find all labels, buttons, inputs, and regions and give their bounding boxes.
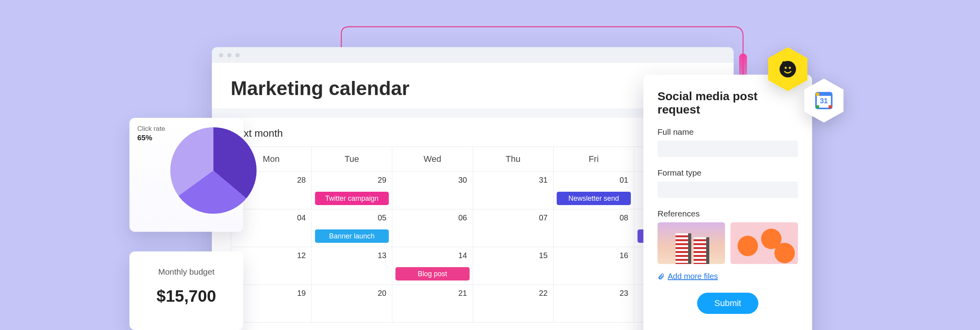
calendar-date: 07 — [539, 213, 548, 222]
calendar-date: 01 — [619, 176, 628, 185]
calendar-event[interactable]: Banner launch — [315, 229, 389, 243]
calendar-cell[interactable]: 01Newsletter send — [554, 172, 634, 209]
pie-chart — [170, 127, 257, 214]
calendar-date: 30 — [458, 176, 467, 185]
calendar-date: 04 — [297, 213, 306, 222]
calendar-date: 15 — [539, 251, 548, 260]
calendar-date: 12 — [297, 251, 306, 260]
calendar-cell[interactable]: 29Twitter campaign — [312, 172, 393, 209]
mailchimp-badge[interactable] — [768, 47, 807, 91]
calendar-cell[interactable]: 22 — [473, 285, 554, 323]
calendar-date: 22 — [539, 289, 548, 298]
budget-card: Monthly budget $15,700 — [129, 251, 243, 330]
calendar-cell[interactable]: 23 — [554, 285, 634, 323]
calendar-date: 16 — [619, 251, 628, 260]
mailchimp-icon — [777, 58, 799, 80]
calendar-date: 13 — [378, 251, 386, 260]
google-calendar-icon: 31 — [814, 90, 834, 111]
paperclip-icon — [658, 273, 665, 280]
calendar-cell[interactable]: 20 — [312, 285, 393, 323]
svg-rect-6 — [829, 105, 832, 108]
calendar-cell[interactable]: 14Blog post — [392, 247, 473, 285]
calendar-date: 31 — [539, 176, 548, 185]
calendar-date: 20 — [378, 289, 386, 298]
traffic-light-dot — [227, 53, 231, 57]
budget-label: Monthly budget — [129, 267, 243, 277]
window-titlebar — [212, 47, 734, 63]
full-name-input[interactable] — [658, 141, 798, 157]
calendar-cell[interactable]: 31 — [473, 172, 554, 209]
calendar-event[interactable]: Newsletter send — [557, 192, 631, 205]
form-title: Social media post request — [658, 90, 798, 116]
calendar-date: 05 — [378, 213, 386, 222]
svg-point-1 — [780, 61, 796, 77]
traffic-light-dot — [235, 53, 240, 57]
calendar-cell[interactable]: 07 — [473, 209, 554, 247]
svg-rect-8 — [816, 93, 819, 96]
calendar-cell[interactable]: 15 — [473, 247, 554, 285]
calendar-cell[interactable]: 21 — [392, 285, 473, 323]
calendar-date: 28 — [297, 176, 306, 185]
svg-point-3 — [789, 67, 791, 69]
svg-text:31: 31 — [820, 97, 828, 105]
add-more-files-label: Add more files — [668, 272, 718, 281]
click-rate-card: Click rate 65% — [129, 118, 243, 232]
calendar-date: 19 — [297, 289, 306, 298]
calendar-cell[interactable]: 16 — [554, 247, 634, 285]
reference-thumbnail[interactable] — [658, 222, 725, 264]
stage: Marketing calendar Next month MonTueWedT… — [0, 0, 980, 330]
budget-value: $15,700 — [129, 287, 243, 306]
calendar-cell[interactable]: 05Banner launch — [312, 209, 393, 247]
calendar-date: 29 — [378, 176, 386, 185]
format-type-input[interactable] — [658, 182, 798, 198]
calendar-header-cell: Thu — [473, 147, 554, 172]
submit-button[interactable]: Submit — [697, 293, 758, 314]
calendar-date: 14 — [458, 251, 467, 260]
form-panel: Social media post request Full name Form… — [643, 75, 812, 330]
calendar-cell[interactable]: 13 — [312, 247, 393, 285]
calendar-cell[interactable]: 08 — [554, 209, 634, 247]
format-type-label: Format type — [658, 168, 798, 178]
calendar-header-cell: Fri — [554, 147, 634, 172]
references-label: References — [658, 209, 798, 218]
calendar-date: 21 — [458, 289, 467, 298]
add-more-files-link[interactable]: Add more files — [658, 272, 798, 281]
references-row — [658, 222, 798, 264]
svg-rect-7 — [816, 105, 819, 108]
google-calendar-badge[interactable]: 31 — [804, 79, 843, 123]
calendar-cell[interactable]: 06 — [392, 209, 473, 247]
calendar-date: 08 — [619, 213, 628, 222]
svg-point-2 — [785, 67, 787, 69]
calendar-date: 23 — [619, 289, 628, 298]
calendar-event[interactable]: Twitter campaign — [315, 192, 389, 205]
full-name-label: Full name — [658, 127, 798, 137]
reference-thumbnail[interactable] — [730, 222, 798, 264]
calendar-grid: MonTueWedThuFriSat2829Twitter campaign30… — [231, 147, 715, 323]
calendar-event[interactable]: Blog post — [395, 267, 470, 280]
calendar-date: 06 — [458, 213, 467, 222]
traffic-light-dot — [219, 53, 223, 57]
calendar-cell[interactable]: 30 — [392, 172, 473, 209]
calendar-header-cell: Wed — [392, 147, 473, 172]
calendar-header-cell: Tue — [312, 147, 393, 172]
